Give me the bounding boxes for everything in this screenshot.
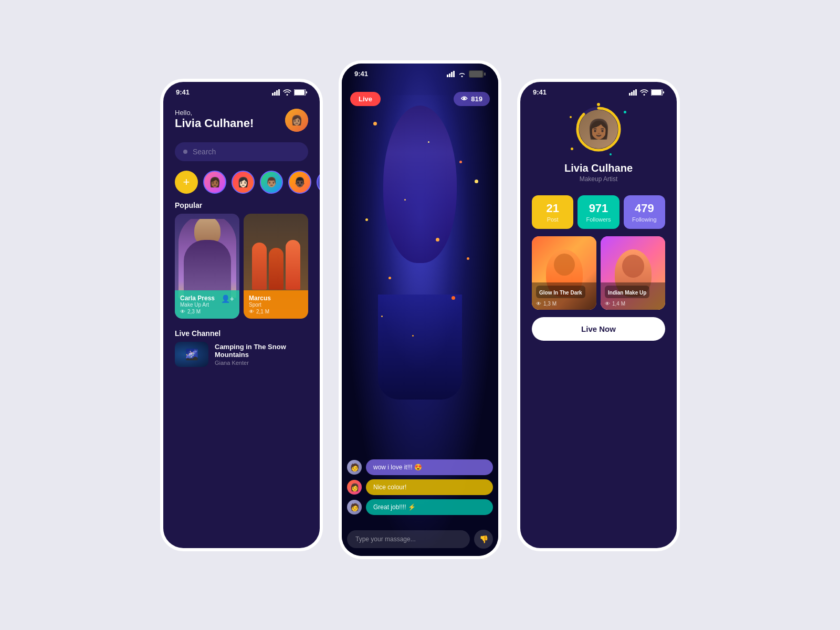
battery-icon-1 xyxy=(294,89,307,96)
status-icons-3 xyxy=(629,89,664,96)
stat-post: 21 Post xyxy=(532,195,573,229)
gallery-eye-2: 👁 xyxy=(605,301,610,307)
stat-post-label: Post xyxy=(536,216,569,223)
story-2[interactable]: 👩🏻 xyxy=(232,171,255,194)
svg-rect-0 xyxy=(272,93,274,96)
battery-icon-2 xyxy=(469,70,486,78)
live-author: Giana Kenter xyxy=(215,360,308,366)
chat-placeholder: Type your massage... xyxy=(355,536,416,543)
card-name-2: Marcus xyxy=(249,295,303,302)
add-story-button[interactable]: + xyxy=(175,171,198,194)
stat-followers-label: Followers xyxy=(582,216,615,223)
status-icons-2 xyxy=(447,70,486,78)
battery-icon-3 xyxy=(651,89,664,96)
phone-2-frame: 9:41 Live xyxy=(339,60,501,559)
card-name-1: Carla Press xyxy=(180,295,215,302)
popular-label: Popular xyxy=(163,198,320,214)
gallery-views-2: 👁 1,4 M xyxy=(605,301,661,307)
svg-rect-8 xyxy=(449,74,450,77)
sparkles-overlay xyxy=(342,64,498,451)
user-avatar-1[interactable]: 👩🏽 xyxy=(285,109,308,132)
status-bar-3: 9:41 xyxy=(520,82,677,100)
live-title: Camping in The Snow Mountains xyxy=(215,343,308,359)
viewer-eye-icon: 👁 xyxy=(461,95,468,103)
follow-icon-1[interactable]: 👤+ xyxy=(221,295,234,303)
story-5[interactable]: 👩🏾 xyxy=(317,171,320,194)
profile-ring: 👩🏾 xyxy=(575,106,622,153)
profile-info: Livia Culhane Makeup Artist xyxy=(520,157,677,195)
signal-icon-2 xyxy=(447,71,455,77)
profile-name: Livia Culhane xyxy=(532,162,665,174)
live-channel-label: Live Channel xyxy=(175,326,308,342)
stat-following: 479 Following xyxy=(624,195,665,229)
story-4[interactable]: 👨🏿 xyxy=(288,171,311,194)
popular-card-2[interactable]: Marcus Sport 👁 2,1 M xyxy=(244,214,308,319)
stories-row: + 👩🏾 👩🏻 👨🏽 👨🏿 👩🏾 xyxy=(163,166,320,198)
time-1: 9:41 xyxy=(176,88,190,96)
status-icons-1 xyxy=(272,89,307,96)
card-overlay-2: Marcus Sport 👁 2,1 M xyxy=(244,290,308,319)
gallery-badge-1: Glow In The Dark xyxy=(539,290,582,296)
gallery-views-1: 👁 1,3 M xyxy=(536,301,592,307)
gallery-card-1[interactable]: Glow In The Dark 👁 1,3 M xyxy=(532,236,596,310)
chat-message-3: 🧑 Great job!!!! ⚡ xyxy=(347,499,493,515)
gallery-grid: Glow In The Dark 👁 1,3 M xyxy=(532,236,665,310)
search-bar[interactable]: Search xyxy=(175,142,308,161)
live-badge: Live xyxy=(350,92,381,106)
stats-row: 21 Post 971 Followers 479 Following xyxy=(532,195,665,229)
svg-rect-19 xyxy=(652,90,662,95)
gallery-card-2[interactable]: Indian Make Up 👁 1,4 M xyxy=(601,236,665,310)
status-bar-2: 9:41 xyxy=(342,64,498,82)
search-placeholder: Search xyxy=(193,148,216,156)
phone-3-frame: 9:41 xyxy=(517,79,680,551)
stat-post-number: 21 xyxy=(536,202,569,215)
live-info: Camping in The Snow Mountains Giana Kent… xyxy=(215,343,308,366)
chat-input-row: Type your massage... 👎 xyxy=(347,530,493,549)
svg-rect-10 xyxy=(453,71,455,77)
svg-rect-3 xyxy=(278,89,280,96)
live-thumb: 🌌 xyxy=(175,342,208,367)
card-cat-1: Make Up Art xyxy=(180,302,215,308)
wifi-icon-2 xyxy=(458,71,466,77)
svg-rect-7 xyxy=(447,75,448,77)
stat-following-label: Following xyxy=(628,216,661,223)
profile-ring-container: 👩🏾 xyxy=(520,106,677,153)
phone-1-frame: 9:41 xyxy=(160,79,323,551)
viewer-count: 👁 819 xyxy=(454,92,490,106)
gallery-badge-2: Indian Make Up xyxy=(608,290,646,296)
svg-rect-15 xyxy=(631,92,633,96)
story-1[interactable]: 👩🏾 xyxy=(203,171,226,194)
chat-bubble-3: Great job!!!! ⚡ xyxy=(366,499,493,515)
gallery-eye-1: 👁 xyxy=(536,301,541,307)
eye-icon-2: 👁 xyxy=(249,309,254,314)
card-cat-2: Sport xyxy=(249,302,303,308)
chat-message-1: 🧑 wow i love it!!! 😍 xyxy=(347,459,493,475)
greeting-section: Hello, Livia Culhane! 👩🏽 xyxy=(163,100,320,137)
viewer-number: 819 xyxy=(471,95,482,103)
svg-rect-6 xyxy=(306,91,307,93)
chat-send-button[interactable]: 👎 xyxy=(474,530,493,549)
stat-followers: 971 Followers xyxy=(578,195,619,229)
greeting-name: Livia Culhane! xyxy=(175,117,254,130)
chat-avatar-2: 👩 xyxy=(347,480,362,495)
svg-rect-1 xyxy=(274,92,276,96)
popular-card-1[interactable]: Carla Press Make Up Art 👁 2,3 M 👤+ xyxy=(175,214,239,319)
svg-rect-17 xyxy=(635,89,637,96)
svg-rect-14 xyxy=(629,93,631,96)
search-icon xyxy=(183,150,187,154)
svg-rect-16 xyxy=(633,90,635,96)
popular-grid: Carla Press Make Up Art 👁 2,3 M 👤+ xyxy=(163,214,320,319)
eye-icon-1: 👁 xyxy=(180,309,185,314)
live-label: Live xyxy=(359,95,372,103)
chat-bubble-2: Nice colour! xyxy=(366,479,493,495)
stat-following-number: 479 xyxy=(628,202,661,215)
profile-subtitle: Makeup Artist xyxy=(532,175,665,183)
chat-input[interactable]: Type your massage... xyxy=(347,530,470,548)
live-channel-item[interactable]: 🌌 Camping in The Snow Mountains Giana Ke… xyxy=(175,342,308,367)
status-bar-1: 9:41 xyxy=(163,82,320,100)
card-views-1: 👁 2,3 M xyxy=(180,309,215,314)
svg-rect-13 xyxy=(484,72,486,76)
story-3[interactable]: 👨🏽 xyxy=(260,171,283,194)
live-now-button[interactable]: Live Now xyxy=(532,317,665,341)
chat-bubble-1: wow i love it!!! 😍 xyxy=(366,459,493,475)
